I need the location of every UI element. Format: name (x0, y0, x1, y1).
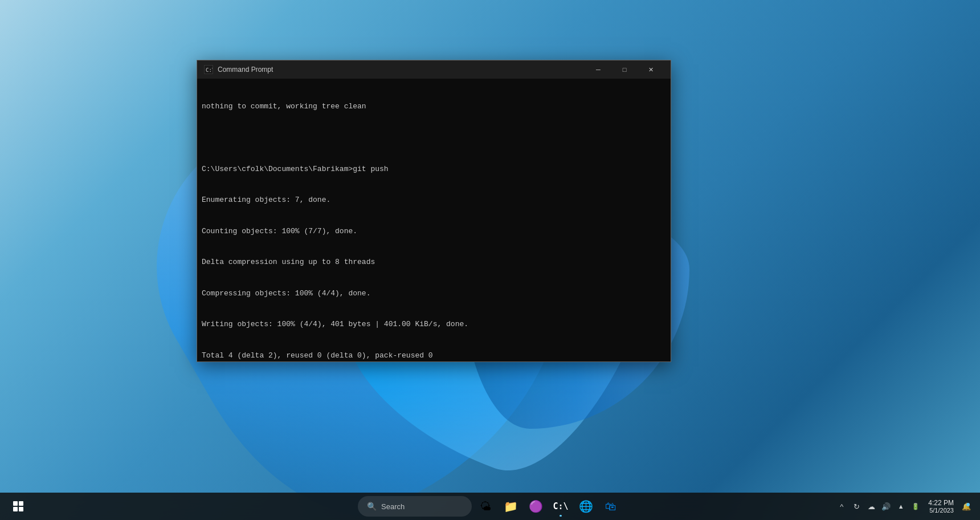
clock-time: 4:22 PM (928, 499, 954, 507)
tray-refresh-icon[interactable]: ↻ (850, 499, 863, 513)
terminal-line: Total 4 (delta 2), reused 0 (delta 0), p… (202, 351, 666, 361)
cmd-terminal-body[interactable]: nothing to commit, working tree clean C:… (197, 79, 671, 361)
tray-chevron-button[interactable]: ^ (835, 499, 848, 513)
win-logo-cell (19, 501, 23, 506)
chevron-up-icon: ^ (840, 502, 843, 511)
tray-network-icon[interactable]: ▲ (894, 499, 908, 513)
terminal-line: Enumerating objects: 7, done. (202, 195, 666, 205)
teams-icon: 🟣 (529, 499, 543, 513)
system-tray-icons: ^ ↻ ☁ 🔊 ▲ 🔋 (835, 499, 922, 513)
taskbar-right: ^ ↻ ☁ 🔊 ▲ 🔋 4:22 PM (835, 498, 973, 515)
taskbar-center: 🔍 Search 🌤 📁 🟣 C:\ 🌐 🛍 (358, 495, 622, 518)
tray-battery-icon[interactable]: 🔋 (909, 499, 922, 513)
file-explorer-icon: 📁 (504, 499, 518, 513)
cmd-minimize-button[interactable]: ─ (585, 60, 611, 79)
speaker-icon: 🔊 (881, 502, 891, 511)
taskbar-widgets-icon[interactable]: 🌤 (474, 495, 497, 518)
start-button[interactable] (7, 495, 30, 518)
cmd-taskbar-icon: C:\ (553, 501, 568, 511)
cmd-app-icon: C:\ (204, 65, 213, 74)
desktop: C:\ Command Prompt ─ □ ✕ nothing to comm… (0, 0, 980, 520)
edge-icon: 🌐 (579, 499, 593, 513)
network-icon: ▲ (898, 503, 904, 510)
cmd-maximize-button[interactable]: □ (611, 60, 638, 79)
tray-speaker-icon[interactable]: 🔊 (879, 499, 893, 513)
taskbar-file-explorer-icon[interactable]: 📁 (499, 495, 522, 518)
terminal-line: Counting objects: 100% (7/7), done. (202, 226, 666, 237)
taskbar-store-icon[interactable]: 🛍 (599, 495, 622, 518)
taskbar-edge-icon[interactable]: 🌐 (574, 495, 597, 518)
taskbar-teams-icon[interactable]: 🟣 (524, 495, 547, 518)
battery-icon: 🔋 (912, 503, 920, 510)
taskbar: 🔍 Search 🌤 📁 🟣 C:\ 🌐 🛍 (0, 493, 980, 520)
terminal-line (202, 133, 666, 143)
win-logo-cell (19, 507, 23, 511)
notification-button[interactable]: 🔔 (959, 499, 973, 513)
terminal-line: Compressing objects: 100% (4/4), done. (202, 289, 666, 299)
terminal-line: nothing to commit, working tree clean (202, 101, 666, 112)
cmd-controls: ─ □ ✕ (585, 60, 664, 79)
clock-date: 5/1/2023 (929, 507, 954, 514)
search-label: Search (381, 502, 405, 511)
notification-badge (966, 503, 970, 506)
terminal-line: C:\Users\cfolk\Documents\Fabrikam>git pu… (202, 164, 666, 174)
store-icon: 🛍 (605, 500, 616, 513)
taskbar-cmd-icon[interactable]: C:\ (549, 495, 572, 518)
cloud-icon: ☁ (868, 502, 875, 511)
terminal-line: Delta compression using up to 8 threads (202, 257, 666, 267)
taskbar-search[interactable]: 🔍 Search (358, 496, 472, 517)
cmd-titlebar[interactable]: C:\ Command Prompt ─ □ ✕ (197, 60, 671, 79)
widgets-icon: 🌤 (480, 500, 491, 513)
refresh-icon: ↻ (854, 502, 860, 511)
cmd-close-button[interactable]: ✕ (638, 60, 664, 79)
tray-onedrive-icon[interactable]: ☁ (864, 499, 878, 513)
search-icon: 🔍 (367, 502, 377, 511)
cmd-window: C:\ Command Prompt ─ □ ✕ nothing to comm… (197, 60, 671, 362)
win-logo-cell (13, 507, 18, 511)
cmd-title: Command Prompt (218, 66, 585, 74)
terminal-line: Writing objects: 100% (4/4), 401 bytes |… (202, 319, 666, 330)
svg-text:C:\: C:\ (206, 67, 213, 73)
system-clock[interactable]: 4:22 PM 5/1/2023 (926, 498, 956, 515)
win-logo-cell (13, 501, 18, 506)
taskbar-left (7, 495, 30, 518)
windows-logo-icon (13, 501, 23, 511)
